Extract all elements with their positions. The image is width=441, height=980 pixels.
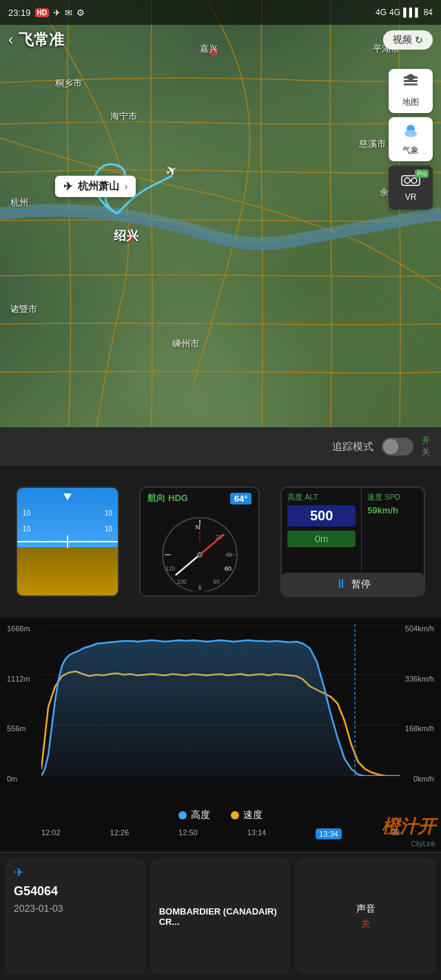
network-icon: ✈: [53, 8, 61, 18]
map-controls: 地图 气象 Pro: [389, 69, 433, 210]
nav-bar: ‹ 飞常准 视频 ↻: [0, 25, 441, 55]
off-label: 关: [422, 447, 430, 458]
aircraft-card[interactable]: BOMBARDIER (CANADAIR) CR...: [151, 858, 291, 974]
svg-text:80: 80: [213, 578, 220, 585]
pause-label: 暂停: [351, 578, 371, 591]
y-label-top-left: 1668m: [7, 624, 30, 633]
flight-info-card[interactable]: ✈ G54064 2023-01-03: [6, 858, 145, 974]
video-label: 视频: [393, 34, 412, 46]
heading-indicator: 航向 HDG 64° N 20 40 60 80 S 100 120: [139, 487, 260, 597]
layers-icon: [402, 74, 420, 94]
altitude-dot: [178, 811, 187, 819]
signal-icon: ▌▌▌: [403, 8, 421, 17]
alt-box: 高度 ALT 500 0m: [282, 488, 362, 573]
chart-svg: [41, 624, 400, 776]
settings-icon: ⚙: [76, 8, 85, 18]
svg-rect-4: [404, 83, 418, 85]
pause-button[interactable]: ⏸ 暂停: [282, 573, 424, 595]
compass-svg: N 20 40 60 80 S 100 120: [155, 509, 245, 591]
close-label: 关: [361, 918, 370, 930]
speed-legend: 速度: [231, 809, 263, 821]
flight-date: 2023-01-03: [14, 903, 137, 914]
y-label-bot-left: 0m: [7, 775, 30, 783]
airport-chevron: ›: [125, 182, 127, 192]
y-label-mid1-right: 336km/h: [405, 675, 434, 683]
citylink-badge: 橙汁开 CityLink: [382, 815, 435, 848]
battery-label: 84: [424, 8, 433, 17]
x-label-1: 12:26: [110, 828, 130, 839]
vr-btn-label: VR: [405, 192, 417, 202]
network2-label: 4G: [389, 8, 400, 17]
mail-icon: ✉: [65, 8, 72, 18]
svg-text:40: 40: [225, 551, 232, 558]
y-label-mid2-right: 168km/h: [405, 724, 434, 733]
y-label-bot-right: 0km/h: [405, 775, 434, 783]
y-label-top-right: 504km/h: [405, 624, 434, 633]
map-section[interactable]: ✈ 嘉兴 平湖市 桐乡市 海宁市 杭州 绍兴 诸暨市 慈溪市 余姚市 嵊州市 ✈…: [0, 0, 441, 427]
hd-badge: HD: [35, 8, 49, 17]
svg-point-7: [404, 130, 417, 137]
weather-btn[interactable]: 气象: [389, 117, 433, 161]
alt-value: 500: [287, 505, 356, 527]
ai-scale-right: 10 10: [105, 509, 112, 533]
vr-btn[interactable]: Pro VR: [389, 165, 433, 210]
citylink-text: 橙汁开: [382, 815, 435, 839]
alt-label: 高度 ALT: [287, 492, 356, 502]
altitude-legend: 高度: [178, 809, 210, 821]
svg-point-28: [197, 552, 202, 557]
ai-bank-indicator: [63, 493, 72, 500]
tracking-bar: 追踪模式 开 关: [0, 427, 441, 466]
x-label-0: 12:02: [41, 828, 61, 839]
sound-card[interactable]: 声音 关: [296, 858, 435, 974]
ground-value: 0m: [287, 531, 356, 547]
pause-icon: ⏸: [335, 577, 347, 591]
x-label-3: 13:14: [247, 828, 267, 839]
spd-box: 速度 SPD 59km/h: [362, 488, 424, 573]
aircraft-name: BOMBARDIER (CANADAIR) CR...: [159, 906, 283, 927]
spd-value: 59km/h: [367, 505, 418, 515]
chart-container: 1668m 1112m 556m 0m 504km/h 336km/h 168k…: [0, 624, 441, 804]
map-roads-svg: ✈: [0, 0, 441, 427]
svg-point-9: [404, 178, 410, 183]
hdg-value: 64°: [230, 493, 252, 504]
ai-scale-left: 10 10: [23, 509, 30, 533]
ai-center-mark: [47, 541, 88, 542]
refresh-icon: ↻: [415, 34, 423, 45]
pro-badge: Pro: [415, 170, 429, 178]
time-display: 23:19: [8, 8, 31, 18]
x-label-4: 13:34: [316, 828, 342, 839]
cockpit-section: 10 10 10 10 航向 HDG 64° N 20: [0, 466, 441, 617]
on-label: 开: [422, 435, 430, 447]
svg-point-10: [411, 178, 417, 183]
svg-text:S: S: [198, 584, 202, 591]
map-btn[interactable]: 地图: [389, 69, 433, 113]
speed-label: 速度: [243, 809, 263, 821]
svg-marker-5: [404, 74, 417, 81]
svg-text:120: 120: [165, 565, 175, 572]
back-button[interactable]: ‹: [8, 31, 13, 49]
tracking-toggle[interactable]: [382, 438, 413, 456]
x-axis-labels: 12:02 12:26 12:50 13:14 13:34 38: [0, 828, 441, 839]
airport-label[interactable]: ✈ 杭州萧山 ›: [55, 176, 136, 197]
y-label-mid2-left: 556m: [7, 724, 30, 733]
weather-icon: [402, 122, 420, 143]
svg-text:100: 100: [177, 578, 187, 585]
hdg-label-row: 航向 HDG 64°: [141, 488, 258, 504]
video-button[interactable]: 视频 ↻: [383, 30, 433, 50]
speed-dot: [231, 811, 239, 819]
network1-label: 4G: [376, 8, 387, 17]
tracking-label: 追踪模式: [332, 440, 373, 453]
sound-label: 声音: [356, 903, 376, 915]
chart-legend: 高度 速度: [0, 804, 441, 827]
airport-name: 杭州萧山: [78, 180, 119, 193]
toggle-knob: [383, 439, 398, 454]
hdg-label: 航向 HDG: [147, 492, 188, 504]
ai-ground: [17, 547, 118, 595]
altitude-label: 高度: [191, 809, 210, 821]
y-label-mid1-left: 1112m: [7, 675, 30, 683]
spd-label: 速度 SPD: [367, 492, 418, 502]
alt-spd-panel: 高度 ALT 500 0m 速度 SPD 59km/h ⏸ 暂停: [280, 487, 425, 597]
map-background: ✈ 嘉兴 平湖市 桐乡市 海宁市 杭州 绍兴 诸暨市 慈溪市 余姚市 嵊州市 ✈…: [0, 0, 441, 427]
airline-icon: ✈: [14, 865, 24, 880]
weather-btn-label: 气象: [402, 145, 419, 156]
